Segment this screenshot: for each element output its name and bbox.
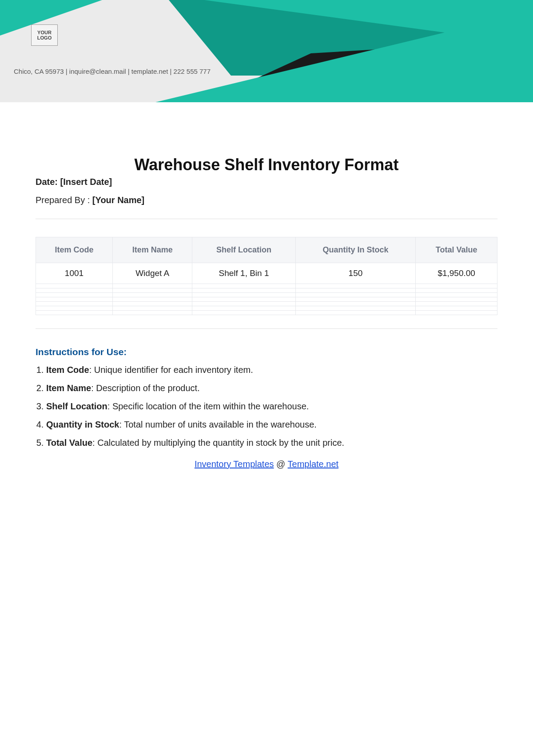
instruction-desc: : Specific location of the item within t… xyxy=(107,401,309,411)
instruction-term: Item Name xyxy=(46,383,91,393)
empty-cell xyxy=(36,302,113,306)
empty-cell xyxy=(295,302,416,306)
table-row: 1001Widget AShelf 1, Bin 1150$1,950.00 xyxy=(36,263,497,284)
empty-cell xyxy=(192,297,295,302)
instructions-list: Item Code: Unique identifier for each in… xyxy=(36,364,497,449)
empty-cell xyxy=(295,297,416,302)
table-row-empty xyxy=(36,284,497,288)
empty-cell xyxy=(192,302,295,306)
empty-cell xyxy=(416,288,497,293)
table-row-empty xyxy=(36,311,497,315)
empty-cell xyxy=(416,302,497,306)
empty-cell xyxy=(112,306,192,311)
empty-cell xyxy=(36,311,113,315)
cell-total-value: $1,950.00 xyxy=(416,263,497,284)
col-total-value: Total Value xyxy=(416,237,497,263)
table-row-empty xyxy=(36,302,497,306)
empty-cell xyxy=(416,297,497,302)
empty-cell xyxy=(295,311,416,315)
inventory-table: Item Code Item Name Shelf Location Quant… xyxy=(36,237,497,315)
prepared-by-label: Prepared By : xyxy=(36,195,90,205)
header-graphic xyxy=(0,0,533,102)
empty-cell xyxy=(192,288,295,293)
empty-cell xyxy=(416,293,497,297)
empty-cell xyxy=(416,311,497,315)
table-header-row: Item Code Item Name Shelf Location Quant… xyxy=(36,237,497,263)
instruction-term: Quantity in Stock xyxy=(46,420,119,429)
page-title: Warehouse Shelf Inventory Format xyxy=(36,156,497,174)
empty-cell xyxy=(36,293,113,297)
cell-shelf-location: Shelf 1, Bin 1 xyxy=(192,263,295,284)
divider xyxy=(36,219,497,219)
instruction-desc: : Description of the product. xyxy=(91,383,200,393)
date-value: [Insert Date] xyxy=(60,177,112,187)
instruction-item: Shelf Location: Specific location of the… xyxy=(46,400,497,413)
cell-quantity: 150 xyxy=(295,263,416,284)
table-row-empty xyxy=(36,306,497,311)
col-item-name: Item Name xyxy=(112,237,192,263)
logo-placeholder: YOUR LOGO xyxy=(31,24,58,46)
instruction-desc: : Calculated by multiplying the quantity… xyxy=(92,438,344,448)
document-content: Warehouse Shelf Inventory Format Date: [… xyxy=(0,102,533,469)
instruction-item: Quantity in Stock: Total number of units… xyxy=(46,418,497,431)
instruction-desc: : Total number of units available in the… xyxy=(119,420,316,429)
footer-link-line: Inventory Templates @ Template.net xyxy=(36,459,497,469)
instruction-desc: : Unique identifier for each inventory i… xyxy=(89,365,253,375)
date-line: Date: [Insert Date] xyxy=(36,177,497,187)
cell-item-code: 1001 xyxy=(36,263,113,284)
empty-cell xyxy=(36,297,113,302)
col-item-code: Item Code xyxy=(36,237,113,263)
empty-cell xyxy=(112,284,192,288)
date-label: Date: xyxy=(36,177,58,187)
table-row-empty xyxy=(36,293,497,297)
footer-separator: @ xyxy=(274,459,288,469)
instruction-item: Total Value: Calculated by multiplying t… xyxy=(46,436,497,449)
instructions-heading: Instructions for Use: xyxy=(36,347,497,357)
instruction-item: Item Name: Description of the product. xyxy=(46,382,497,395)
empty-cell xyxy=(36,284,113,288)
col-quantity: Quantity In Stock xyxy=(295,237,416,263)
empty-cell xyxy=(112,293,192,297)
empty-cell xyxy=(192,306,295,311)
empty-cell xyxy=(36,288,113,293)
instruction-term: Item Code xyxy=(46,365,89,375)
empty-cell xyxy=(295,284,416,288)
empty-cell xyxy=(36,306,113,311)
empty-cell xyxy=(112,297,192,302)
prepared-by-value: [Your Name] xyxy=(92,195,144,205)
prepared-by-line: Prepared By : [Your Name] xyxy=(36,195,497,205)
empty-cell xyxy=(295,306,416,311)
empty-cell xyxy=(295,293,416,297)
empty-cell xyxy=(112,311,192,315)
template-net-link[interactable]: Template.net xyxy=(288,459,339,469)
inventory-templates-link[interactable]: Inventory Templates xyxy=(195,459,274,469)
empty-cell xyxy=(192,284,295,288)
empty-cell xyxy=(295,288,416,293)
instruction-item: Item Code: Unique identifier for each in… xyxy=(46,364,497,376)
instruction-term: Total Value xyxy=(46,438,92,448)
cell-item-name: Widget A xyxy=(112,263,192,284)
logo-text: YOUR LOGO xyxy=(32,30,57,40)
empty-cell xyxy=(192,311,295,315)
empty-cell xyxy=(416,284,497,288)
empty-cell xyxy=(416,306,497,311)
instruction-term: Shelf Location xyxy=(46,401,107,411)
empty-cell xyxy=(192,293,295,297)
empty-cell xyxy=(112,288,192,293)
divider xyxy=(36,328,497,329)
empty-cell xyxy=(112,302,192,306)
col-shelf-location: Shelf Location xyxy=(192,237,295,263)
header-band: YOUR LOGO Chico, CA 95973 | inquire@clea… xyxy=(0,0,533,102)
table-row-empty xyxy=(36,288,497,293)
contact-line: Chico, CA 95973 | inquire@clean.mail | t… xyxy=(14,68,211,75)
table-row-empty xyxy=(36,297,497,302)
